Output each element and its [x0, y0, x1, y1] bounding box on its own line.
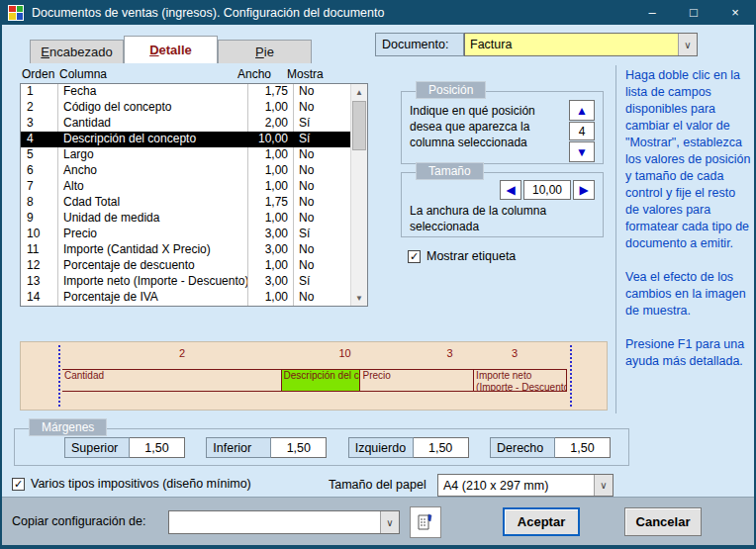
tamano-help-text: La anchura de la columna seleccionada [410, 203, 568, 234]
tab[interactable]: Pie [218, 40, 312, 63]
cell-ancho: 1,00 [247, 179, 293, 195]
cell-ancho: 3,00 [247, 242, 293, 258]
cell-orden: 7 [21, 179, 57, 195]
paper-size-select[interactable]: A4 (210 x 297 mm) ∨ [437, 474, 614, 497]
preview-margin-guide-right [570, 345, 572, 407]
preview-cell[interactable]: Cantidad [62, 369, 282, 392]
chevron-down-icon[interactable]: ∨ [678, 34, 697, 55]
width-decrease-button[interactable]: ◀ [500, 180, 521, 200]
cell-orden: 1 [21, 84, 57, 100]
cell-orden: 10 [21, 227, 57, 242]
scrollbar-thumb[interactable] [352, 101, 366, 150]
varios-tipos-row: ✓ Varios tipos impositivos (diseño mínim… [12, 477, 251, 491]
footer-bar: Copiar configuración de: ∨ Aceptar Cance… [0, 497, 756, 546]
cell-ancho: 3,00 [247, 274, 293, 290]
posicion-help-text: Indique en qué posición desea que aparez… [410, 103, 560, 150]
cell-mostrar: No [293, 163, 350, 179]
position-up-button[interactable]: ▲ [569, 100, 595, 121]
list-scrollbar[interactable]: ▲ ▼ [350, 84, 367, 306]
tamano-group-title: Tamaño [416, 162, 484, 180]
help-paragraph-1: Haga doble clic en la lista de campos di… [625, 67, 751, 252]
columns-list[interactable]: 1 Fecha 1,75 No 2 Código del concepto 1,… [20, 83, 368, 307]
cell-ancho: 1,00 [247, 100, 293, 116]
cancelar-button[interactable]: Cancelar [624, 507, 702, 536]
aceptar-button[interactable]: Aceptar [503, 507, 580, 536]
table-row[interactable]: 4 Descripción del concepto 10,00 Sí [21, 132, 350, 147]
varios-tipos-label: Varios tipos impositivos (diseño mínimo) [31, 477, 251, 491]
arrow-down-icon: ▼ [576, 145, 588, 159]
copy-config-value [169, 511, 380, 533]
scroll-down-icon[interactable]: ▼ [351, 290, 367, 306]
cell-mostrar: No [293, 195, 350, 211]
table-row[interactable]: 12 Porcentaje de descuento 1,00 No [21, 258, 350, 274]
window-title: Documentos de ventas (ingresos). Configu… [32, 6, 384, 20]
margin-field: Inferior 1,50 [206, 437, 327, 458]
margin-input[interactable]: 1,50 [555, 437, 611, 458]
maximize-icon[interactable]: □ [673, 0, 714, 25]
close-icon[interactable]: × [714, 0, 756, 25]
table-row[interactable]: 7 Alto 1,00 No [21, 179, 350, 195]
scroll-up-icon[interactable]: ▲ [351, 84, 367, 100]
table-row[interactable]: 8 Cdad Total 1,75 No [21, 195, 350, 211]
preview-cell[interactable]: Importe neto (Importe - Descuento) [474, 369, 567, 392]
width-increase-button[interactable]: ▶ [573, 180, 595, 200]
margin-label: Inferior [206, 437, 271, 458]
preview-cell-label: Descripción del concepto [284, 370, 358, 382]
width-value[interactable]: 10,00 [523, 180, 571, 200]
table-row[interactable]: 14 Porcentaje de IVA 1,00 No [21, 290, 350, 306]
cell-mostrar: No [293, 211, 350, 227]
preview-cell[interactable]: Descripción del concepto [282, 369, 361, 392]
table-row[interactable]: 13 Importe neto (Importe - Descuento) 3,… [21, 274, 350, 290]
position-down-button[interactable]: ▼ [569, 141, 595, 162]
table-row[interactable]: 1 Fecha 1,75 No [21, 84, 350, 100]
preview-width-number: 3 [512, 347, 518, 359]
copy-config-button[interactable] [410, 506, 441, 538]
paper-size-value: A4 (210 x 297 mm) [438, 475, 594, 496]
document-preview: 21033 Cantidad Descripción del concepto … [20, 341, 608, 411]
position-value[interactable]: 4 [569, 122, 595, 140]
table-row[interactable]: 6 Ancho 1,00 No [21, 163, 350, 179]
cell-columna: Fecha [57, 84, 247, 100]
copy-config-select[interactable]: ∨ [168, 510, 400, 534]
cell-columna: Largo [57, 147, 247, 163]
margin-input[interactable]: 1,50 [414, 437, 469, 458]
table-row[interactable]: 10 Precio 3,00 Sí [21, 227, 350, 242]
cell-mostrar: Sí [293, 227, 350, 242]
margin-label: Izquierdo [348, 437, 414, 458]
cell-mostrar: No [293, 100, 350, 116]
cell-columna: Importe neto (Importe - Descuento) [57, 274, 247, 290]
margin-field: Derecho 1,50 [490, 437, 611, 458]
table-row[interactable]: 5 Largo 1,00 No [21, 147, 350, 163]
tab-label: Detalle [149, 43, 192, 57]
cell-columna: Unidad de medida [57, 211, 247, 227]
preview-width-number: 2 [62, 347, 302, 359]
varios-tipos-checkbox[interactable]: ✓ [12, 478, 25, 491]
table-row[interactable]: 9 Unidad de medida 1,00 No [21, 211, 350, 227]
help-divider [615, 65, 616, 413]
mostrar-etiqueta-label: Mostrar etiqueta [426, 249, 516, 263]
preview-cell[interactable]: Precio [360, 369, 474, 392]
chevron-down-icon[interactable]: ∨ [380, 511, 399, 533]
preview-cell-label: Precio [362, 370, 471, 382]
margin-input[interactable]: 1,50 [130, 437, 185, 458]
cell-orden: 4 [21, 132, 57, 147]
tab-strip: Encabezado Detalle Pie [30, 36, 312, 63]
preview-width-numbers: 21033 [62, 347, 567, 359]
table-row[interactable]: 3 Cantidad 2,00 Sí [21, 116, 350, 132]
cell-ancho: 3,00 [247, 227, 293, 242]
documento-select[interactable]: Factura ∨ [464, 33, 698, 56]
cell-ancho: 10,00 [247, 132, 293, 147]
chevron-down-icon[interactable]: ∨ [594, 475, 613, 496]
help-paragraph-2: Vea el efecto de los cambios en la image… [625, 269, 751, 320]
tab[interactable]: Detalle [124, 36, 218, 63]
arrow-up-icon: ▲ [576, 104, 588, 118]
margin-input[interactable]: 1,50 [271, 437, 327, 458]
minimize-icon[interactable]: – [631, 0, 673, 25]
cell-columna: Descripción del concepto [57, 132, 247, 147]
cell-orden: 3 [21, 116, 57, 132]
tab[interactable]: Encabezado [30, 40, 124, 63]
cell-orden: 12 [21, 258, 57, 274]
mostrar-etiqueta-checkbox[interactable]: ✓ [408, 250, 421, 263]
table-row[interactable]: 2 Código del concepto 1,00 No [21, 100, 350, 116]
table-row[interactable]: 11 Importe (Cantidad X Precio) 3,00 No [21, 242, 350, 258]
